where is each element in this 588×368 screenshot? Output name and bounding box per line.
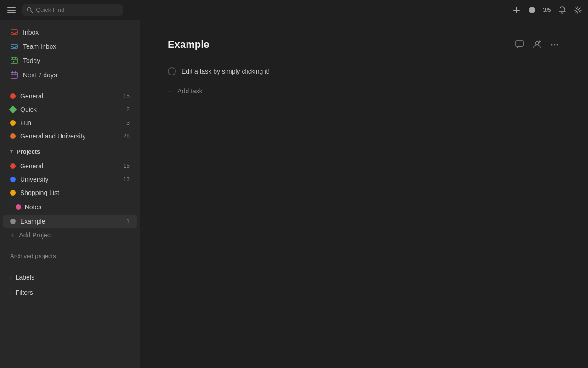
archived-projects-label: Archived projects [10, 253, 56, 259]
today-icon: T [10, 57, 18, 65]
search-icon [27, 7, 33, 13]
sidebar-item-general-university-filter[interactable]: General and University 28 [3, 130, 137, 143]
sidebar-item-today-label: Today [23, 57, 130, 64]
inbox-icon [10, 28, 18, 36]
task-list: Edit a task by simply clicking it! [168, 62, 560, 81]
project-actions [514, 39, 560, 51]
add-project-button[interactable]: + Add Project [3, 228, 137, 242]
more-options-button[interactable] [548, 39, 560, 51]
sidebar-item-university-project[interactable]: University 13 [3, 173, 137, 186]
topbar-left [6, 4, 507, 16]
menu-toggle-button[interactable] [6, 5, 17, 15]
karma-badge: 3/5 [543, 6, 551, 13]
sidebar-item-today[interactable]: T Today [3, 54, 137, 68]
sidebar-item-general-filter-label: General [20, 92, 119, 100]
theme-toggle-button[interactable] [527, 6, 537, 15]
sidebar-item-next7days[interactable]: Next 7 days [3, 68, 137, 82]
sidebar-item-general-project-label: General [20, 162, 119, 170]
archived-divider [7, 266, 132, 266]
general-filter-count: 15 [124, 93, 130, 99]
add-project-label: Add Project [19, 231, 52, 239]
labels-chevron-icon: › [10, 275, 12, 280]
example-note-dot [10, 218, 16, 224]
notes-dot [16, 204, 21, 210]
sidebar-item-university-project-label: University [20, 176, 119, 183]
projects-chevron-icon: ▾ [10, 149, 13, 155]
add-task-row[interactable]: + Add task [168, 81, 560, 101]
labels-section-header[interactable]: › Labels [3, 270, 137, 285]
general-project-count: 15 [124, 163, 130, 169]
search-box[interactable] [22, 4, 123, 16]
projects-section-label: Projects [17, 148, 40, 155]
sidebar-item-team-inbox[interactable]: Team Inbox [3, 40, 137, 53]
assign-button[interactable] [531, 39, 543, 51]
sidebar-item-example-note[interactable]: Example 1 [3, 215, 137, 228]
fun-filter-count: 3 [126, 120, 130, 126]
team-inbox-icon [10, 42, 18, 51]
sidebar-item-fun-filter-label: Fun [20, 119, 122, 126]
add-project-plus-icon: + [10, 231, 14, 239]
svg-point-20 [551, 44, 553, 46]
svg-point-21 [554, 44, 555, 46]
sidebar-item-general-filter[interactable]: General 15 [3, 90, 137, 103]
notes-section-header[interactable]: › Notes [3, 200, 137, 214]
sidebar-item-quick-filter[interactable]: Quick 2 [3, 103, 137, 116]
general-project-dot [10, 163, 16, 169]
svg-rect-16 [516, 41, 523, 46]
svg-rect-12 [11, 72, 17, 78]
general-university-filter-dot [10, 133, 16, 139]
task-checkbox[interactable] [168, 67, 176, 75]
projects-section-header[interactable]: ▾ Projects [3, 144, 137, 159]
sidebar-item-inbox[interactable]: Inbox [3, 25, 137, 39]
task-text: Edit a task by simply clicking it! [181, 68, 270, 75]
svg-point-22 [557, 44, 558, 46]
fun-filter-dot [10, 120, 16, 126]
next7days-icon [10, 71, 18, 79]
quick-filter-diamond [9, 106, 17, 114]
shopping-project-dot [10, 190, 16, 196]
nav-divider [7, 86, 132, 86]
add-task-label: Add task [177, 87, 202, 95]
settings-button[interactable] [573, 6, 582, 15]
labels-section-label: Labels [16, 274, 34, 281]
university-project-dot [10, 177, 16, 182]
topbar: 3/5 [0, 0, 588, 20]
svg-text:T: T [13, 61, 15, 63]
add-button[interactable] [512, 6, 521, 15]
notes-section-label: Notes [25, 203, 42, 211]
example-note-count: 1 [126, 218, 130, 224]
topbar-right: 3/5 [512, 6, 582, 15]
sidebar-item-shopping-project-label: Shopping List [20, 189, 130, 196]
comment-button[interactable] [514, 39, 526, 51]
sidebar-item-example-note-label: Example [20, 218, 122, 225]
sidebar-item-shopping-project[interactable]: Shopping List [3, 186, 137, 199]
filters-chevron-icon: › [10, 290, 12, 295]
archived-projects-section[interactable]: Archived projects [0, 250, 140, 262]
general-filter-dot [10, 93, 16, 99]
project-header: Example [168, 39, 560, 51]
quick-filter-count: 2 [126, 106, 130, 113]
svg-point-4 [577, 9, 579, 11]
notifications-button[interactable] [558, 6, 567, 15]
table-row: Edit a task by simply clicking it! [168, 62, 560, 81]
main-layout: Inbox Team Inbox T Today [0, 20, 588, 368]
notes-chevron-icon: › [10, 204, 12, 210]
sidebar-item-next7days-label: Next 7 days [23, 71, 130, 79]
sidebar-item-general-project[interactable]: General 15 [3, 160, 137, 172]
sidebar-item-inbox-label: Inbox [23, 29, 130, 36]
search-input[interactable] [36, 6, 114, 13]
sidebar-item-general-university-filter-label: General and University [20, 132, 119, 140]
content-area: Example [140, 20, 588, 368]
sidebar-item-quick-filter-label: Quick [20, 106, 122, 113]
general-university-filter-count: 28 [124, 133, 130, 139]
project-title: Example [168, 39, 514, 51]
sidebar: Inbox Team Inbox T Today [0, 20, 140, 368]
add-task-plus-icon: + [168, 87, 172, 95]
filters-section-header[interactable]: › Filters [3, 285, 137, 300]
university-project-count: 13 [124, 176, 130, 183]
svg-line-1 [31, 11, 33, 13]
sidebar-item-team-inbox-label: Team Inbox [23, 43, 130, 50]
sidebar-item-fun-filter[interactable]: Fun 3 [3, 116, 137, 129]
filters-section-label: Filters [16, 289, 33, 296]
